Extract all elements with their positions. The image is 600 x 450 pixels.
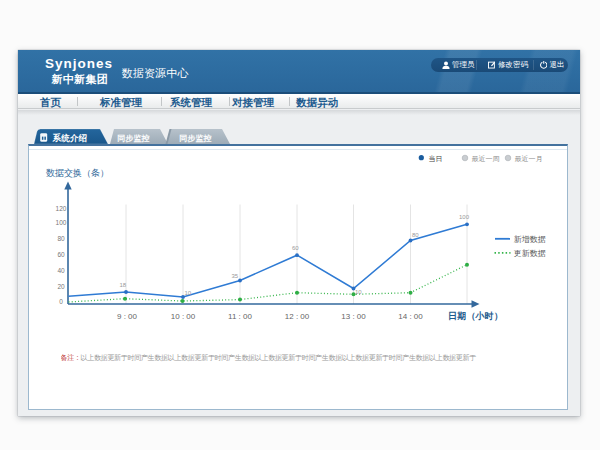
svg-text:80: 80	[57, 235, 65, 242]
svg-text:11 : 00: 11 : 00	[228, 312, 252, 321]
svg-text:10: 10	[185, 290, 192, 296]
svg-text:新增数据: 新增数据	[514, 235, 546, 244]
svg-text:20: 20	[57, 283, 65, 290]
svg-text:更新数据: 更新数据	[514, 249, 546, 258]
svg-text:80: 80	[412, 232, 419, 238]
svg-text:最近一月: 最近一月	[515, 155, 543, 163]
svg-text:18: 18	[120, 282, 127, 288]
svg-text:当日: 当日	[429, 155, 443, 163]
svg-text:数据交换（条）: 数据交换（条）	[46, 168, 109, 178]
svg-text:13 : 00: 13 : 00	[341, 312, 366, 321]
svg-text:40: 40	[57, 267, 65, 274]
svg-text:100: 100	[56, 219, 67, 226]
svg-text:35: 35	[232, 273, 239, 279]
svg-text:日期（小时）: 日期（小时）	[448, 311, 503, 321]
svg-text:10: 10	[355, 289, 362, 295]
svg-text:60: 60	[292, 245, 299, 251]
svg-text:10 : 00: 10 : 00	[171, 312, 196, 321]
svg-text:最近一周: 最近一周	[472, 155, 500, 162]
svg-text:12 : 00: 12 : 00	[285, 312, 310, 321]
svg-text:100: 100	[459, 214, 470, 220]
svg-text:9 : 00: 9 : 00	[117, 312, 138, 321]
svg-text:系统介绍: 系统介绍	[52, 133, 88, 143]
svg-text:同步监控: 同步监控	[117, 134, 150, 143]
svg-text:0: 0	[59, 298, 63, 305]
svg-text:60: 60	[57, 251, 65, 258]
svg-text:120: 120	[56, 205, 67, 212]
svg-text:同步监控: 同步监控	[179, 134, 212, 143]
svg-text:14 : 00: 14 : 00	[398, 312, 423, 321]
